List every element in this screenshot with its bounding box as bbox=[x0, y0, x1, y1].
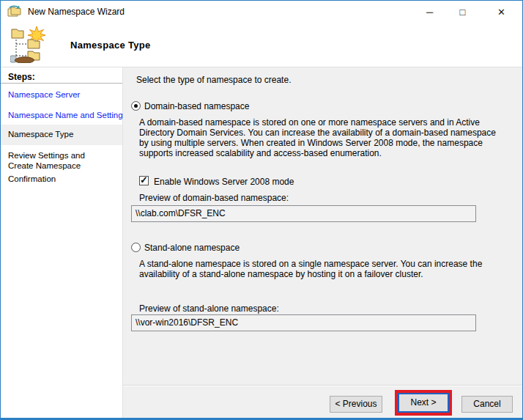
page-title: Namespace Type bbox=[70, 40, 150, 51]
stand-alone-description: A stand-alone namespace is stored on a s… bbox=[139, 259, 496, 279]
sidebar-item-review-settings: Review Settings and Create Namespace bbox=[8, 150, 109, 171]
sidebar-item-confirmation: Confirmation bbox=[8, 174, 56, 183]
wizard-button-bar: < Previous Next > Cancel bbox=[123, 385, 522, 418]
close-icon[interactable]: ✕ bbox=[485, 1, 518, 23]
stand-alone-radio[interactable] bbox=[131, 243, 141, 252]
standalone-preview-field: \\vor-win2016\DFSR_ENC bbox=[131, 314, 476, 331]
new-namespace-wizard-window: New Namespace Wizard ─ □ ✕ Namespace Typ… bbox=[0, 0, 523, 420]
sidebar-item-namespace-server[interactable]: Namespace Server bbox=[8, 90, 80, 99]
domain-preview-label: Preview of domain-based namespace: bbox=[139, 193, 289, 203]
sidebar-item-namespace-name-and-settings[interactable]: Namespace Name and Settings bbox=[8, 111, 127, 119]
wizard-icon bbox=[10, 26, 45, 63]
stand-alone-radio-label[interactable]: Stand-alone namespace bbox=[144, 243, 240, 253]
domain-based-description: A domain-based namespace is stored on on… bbox=[139, 117, 496, 158]
steps-sidebar: Steps: Namespace Server Namespace Name a… bbox=[1, 67, 123, 418]
intro-text: Select the type of namespace to create. bbox=[136, 75, 291, 85]
previous-button[interactable]: < Previous bbox=[330, 396, 382, 413]
app-icon bbox=[7, 5, 22, 18]
cancel-button[interactable]: Cancel bbox=[461, 396, 513, 413]
enable-2008-mode-label[interactable]: Enable Windows Server 2008 mode bbox=[154, 177, 294, 187]
wizard-page-content: Select the type of namespace to create. … bbox=[123, 67, 522, 385]
steps-divider bbox=[1, 83, 122, 84]
minimize-icon[interactable]: ─ bbox=[413, 1, 446, 23]
sidebar-item-namespace-type: Namespace Type bbox=[8, 130, 73, 139]
standalone-preview-label: Preview of stand-alone namespace: bbox=[139, 303, 279, 314]
maximize-icon[interactable]: □ bbox=[446, 1, 479, 23]
domain-preview-field: \\clab.com\DFSR_ENC bbox=[131, 205, 476, 222]
red-highlight-annotation: Next > bbox=[395, 390, 452, 416]
check-icon: ✓ bbox=[140, 174, 148, 185]
next-button[interactable]: Next > bbox=[398, 393, 449, 413]
titlebar: New Namespace Wizard ─ □ ✕ bbox=[1, 1, 522, 23]
domain-based-radio[interactable] bbox=[131, 101, 141, 111]
wizard-header: Namespace Type bbox=[1, 23, 522, 67]
enable-2008-mode-checkbox[interactable]: ✓ bbox=[139, 176, 149, 185]
window-title: New Namespace Wizard bbox=[28, 7, 125, 17]
domain-based-radio-label[interactable]: Domain-based namespace bbox=[144, 101, 249, 111]
steps-heading: Steps: bbox=[8, 72, 35, 82]
